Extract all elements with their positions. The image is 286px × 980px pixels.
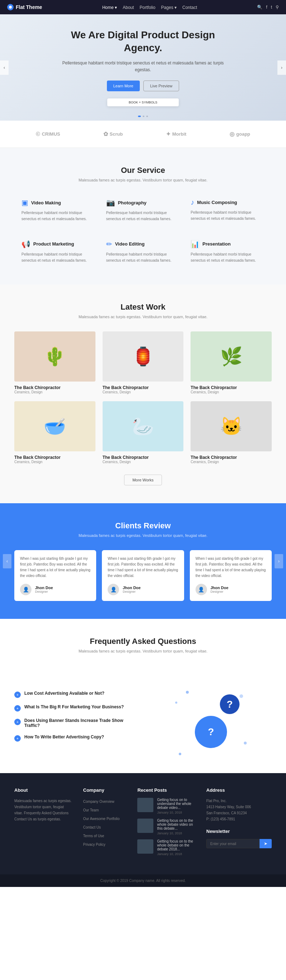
learn-more-button[interactable]: Learn More — [107, 81, 140, 91]
footer-link-privacy[interactable]: Privacy Policy — [83, 841, 127, 847]
footer-address-title: Address — [206, 788, 272, 793]
presentation-icon: 📊 — [191, 240, 199, 248]
portfolio-item-2[interactable]: 🏮 The Back Chiropractor Ceramics, Design — [103, 331, 184, 394]
services-title: Our Service — [21, 166, 265, 175]
reviews-prev-arrow[interactable]: ‹ — [3, 554, 11, 568]
reviewer-2: 👤 Jhon Doe Designer — [107, 584, 178, 595]
mockup-label: BOOK + SYMBOLS — [129, 100, 157, 104]
faq-dot-4 — [179, 753, 181, 755]
faq-bubble-large: ? — [195, 716, 227, 748]
footer-link-team[interactable]: Our Team — [83, 807, 127, 813]
footer-post-img-3 — [137, 839, 153, 854]
faq-icon-1: + — [14, 692, 21, 698]
portfolio-item-cat-5: Ceramics, Design — [103, 460, 184, 464]
service-desc-photography: Pellentesque habitant morbi tristique se… — [106, 210, 180, 222]
reviews-subtitle: Malesuada fames ac turpis egestas. Vesti… — [14, 533, 272, 538]
portfolio-item-4[interactable]: 🥣 The Back Chiropractor Ceramics, Design — [14, 401, 95, 464]
footer-post-date-1: January 10, 2018 — [157, 811, 196, 814]
service-card-video-editing: ✏ Video Editing Pellentesque habitant mo… — [106, 236, 180, 267]
logo[interactable]: Flat Theme — [7, 4, 42, 10]
reviewer-avatar-2: 👤 — [107, 584, 119, 595]
faq-question-4[interactable]: + How To Write Better Advertising Copy? — [14, 735, 136, 741]
faq-q-text-3: Does Using Banner Stands Increase Trade … — [24, 718, 136, 728]
service-title-marketing: Product Marketing — [33, 241, 74, 247]
brands-section: © CRIMUS ✿ Scrub ✦ Morbit ◎ goapp — [0, 121, 286, 148]
reviews-title: Clients Review — [14, 521, 272, 530]
live-preview-button[interactable]: Live Preview — [143, 81, 179, 91]
nav-item-pages[interactable]: Pages ▾ — [161, 4, 177, 10]
search-icon[interactable]: 🔍 — [257, 5, 262, 10]
footer-link-portfolio[interactable]: Our Awesome Portfolio — [83, 815, 127, 821]
more-btn-wrapper: More Works — [14, 475, 272, 485]
portfolio-item-title-2: The Back Chiropractor — [103, 385, 184, 390]
svg-point-0 — [9, 6, 12, 9]
review-text-3: When I was just starting 6th grade I got… — [196, 556, 266, 579]
footer-link-contact[interactable]: Contact Us — [83, 824, 127, 830]
portfolio-item-6[interactable]: 🐱 The Back Chiropractor Ceramics, Design — [191, 401, 272, 464]
faq-illustration: ? ? — [150, 691, 272, 755]
brand-morbit: ✦ Morbit — [166, 130, 186, 137]
service-desc-video-editing: Pellentesque habitant morbi tristique se… — [106, 251, 180, 263]
portfolio-item-5[interactable]: 🦢 The Back Chiropractor Ceramics, Design — [103, 401, 184, 464]
faq-section: + Low Cost Advertising Available or Not?… — [0, 673, 286, 773]
reviewer-role-3: Designer — [210, 590, 228, 593]
footer-post-title-1: Getting focus on to understand the whole… — [157, 798, 196, 810]
footer-post-img-1 — [137, 798, 153, 812]
reviews-next-arrow[interactable]: › — [275, 554, 283, 568]
portfolio-item-cat-1: Ceramics, Design — [14, 390, 95, 394]
portfolio-item-3[interactable]: 🌿 The Back Chiropractor Ceramics, Design — [191, 331, 272, 394]
portfolio-item-title-4: The Back Chiropractor — [14, 455, 95, 460]
service-icon-video-making: ▣ Video Making — [21, 198, 95, 207]
footer-post-3[interactable]: Getting focus on to the whole debate on … — [137, 839, 196, 856]
hero-section: ‹ We Are Digital Product Design Agency. … — [0, 14, 286, 121]
service-icon-presentation: 📊 Presentation — [191, 240, 265, 248]
footer-post-2[interactable]: Getting focus on to the whole debate vid… — [137, 819, 196, 835]
twitter-icon[interactable]: t — [271, 5, 272, 10]
footer-company: Company Company Overview Our Team Our Aw… — [83, 788, 127, 860]
brand-scrub: ✿ Scrub — [103, 130, 123, 137]
footer-posts: Recent Posts Getting focus on to underst… — [137, 788, 196, 860]
portfolio-item-1[interactable]: 🌵 The Back Chiropractor Ceramics, Design — [14, 331, 95, 394]
nav-item-home[interactable]: Home ▾ — [102, 4, 117, 10]
logo-icon — [7, 4, 14, 10]
reviewer-role-2: Designer — [123, 590, 141, 593]
hero-dot-2[interactable] — [143, 116, 144, 117]
brand-icon-crimus: © — [36, 131, 40, 137]
brand-goapp: ◎ goapp — [229, 130, 250, 137]
nav-item-portfolio[interactable]: Portfolio — [140, 4, 155, 10]
hero-subtitle: Pellentesque habitant morbi tristique se… — [54, 60, 232, 73]
hero-content: We Are Digital Product Design Agency. Pe… — [54, 29, 232, 106]
footer-company-links: Company Overview Our Team Our Awesome Po… — [83, 798, 127, 847]
search2-icon[interactable]: ⚲ — [276, 5, 279, 10]
hero-dots — [138, 116, 148, 117]
footer-bar: Copyright © 2019 Company name. All right… — [0, 874, 286, 887]
nav-item-about[interactable]: About — [123, 4, 134, 10]
nav-item-contact[interactable]: Contact — [182, 4, 197, 10]
footer-about-title: About — [14, 788, 73, 793]
hero-prev-arrow[interactable]: ‹ — [0, 60, 9, 75]
facebook-icon[interactable]: f — [266, 5, 267, 10]
newsletter-input[interactable] — [206, 839, 259, 848]
footer-post-1[interactable]: Getting focus on to understand the whole… — [137, 798, 196, 814]
faq-q-text-2: What Is The Big R For Marketing Your Bus… — [24, 705, 124, 710]
hero-next-arrow[interactable]: › — [277, 60, 286, 75]
photography-icon: 📷 — [106, 198, 115, 207]
video-making-icon: ▣ — [21, 198, 28, 207]
faq-dot-1 — [186, 691, 189, 694]
portfolio-item-cat-4: Ceramics, Design — [14, 460, 95, 464]
faq-subtitle: Malesuada fames ac turpis egestas. Vesti… — [14, 649, 272, 653]
faq-question-1[interactable]: + Low Cost Advertising Available or Not? — [14, 691, 136, 698]
footer-post-img-2 — [137, 819, 153, 833]
newsletter-button[interactable]: ➤ — [259, 839, 272, 848]
review-card-3: When I was just starting 6th grade I got… — [190, 550, 272, 601]
footer-link-terms[interactable]: Terms of Use — [83, 832, 127, 838]
faq-image: ? ? — [175, 691, 246, 755]
hero-dot-3[interactable] — [146, 116, 148, 117]
hero-dot-1[interactable] — [138, 116, 141, 117]
service-title-presentation: Presentation — [202, 241, 231, 247]
more-works-button[interactable]: More Works — [124, 475, 161, 485]
faq-question-2[interactable]: + What Is The Big R For Marketing Your B… — [14, 705, 136, 711]
newsletter-wrap: ➤ — [206, 839, 272, 848]
faq-question-3[interactable]: + Does Using Banner Stands Increase Trad… — [14, 718, 136, 728]
footer-link-overview[interactable]: Company Overview — [83, 798, 127, 804]
